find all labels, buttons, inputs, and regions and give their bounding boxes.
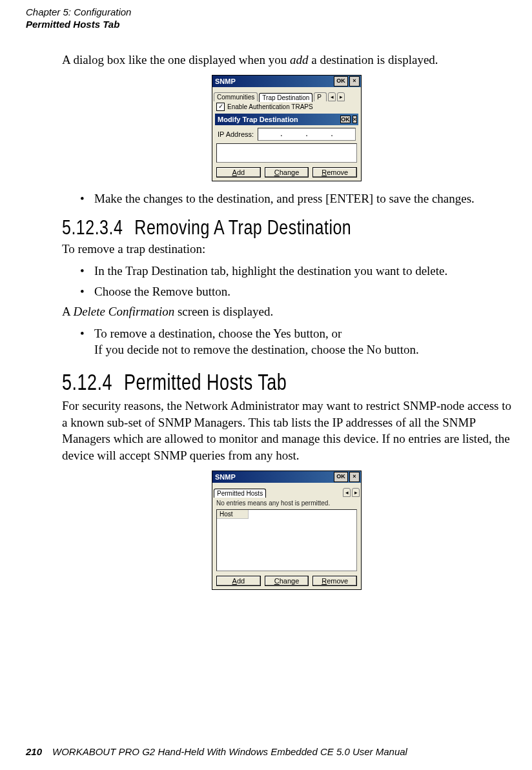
empty-list bbox=[216, 143, 357, 163]
chapter-line: Chapter 5: Configuration bbox=[26, 6, 131, 19]
intro-paragraph: A dialog box like the one displayed when… bbox=[62, 52, 511, 68]
permitted-paragraph: For security reasons, the Network Admini… bbox=[62, 398, 511, 464]
enable-auth-checkbox[interactable]: ✓ bbox=[216, 103, 225, 111]
ph-message: No entries means any host is permitted. bbox=[212, 497, 361, 508]
add-button[interactable]: Add bbox=[216, 167, 261, 177]
ph-host-grid: Host bbox=[216, 509, 357, 571]
heading-permitted-hosts: 5.12.4Permitted Hosts Tab bbox=[62, 370, 511, 396]
ip-input[interactable]: ... bbox=[258, 128, 356, 141]
ok-button[interactable]: OK bbox=[334, 76, 348, 86]
ph-close-icon[interactable]: × bbox=[349, 472, 360, 482]
tab-scroll-left-icon[interactable]: ◂ bbox=[328, 92, 336, 101]
tab-scroll-right-icon[interactable]: ▸ bbox=[337, 92, 345, 101]
enable-auth-label: Enable Authentication TRAPS bbox=[227, 103, 313, 110]
close-icon[interactable]: × bbox=[349, 76, 360, 86]
ph-tab-row: Permitted Hosts ◂ ▸ bbox=[212, 483, 361, 497]
ph-col-host: Host bbox=[217, 510, 249, 519]
footer-text: WORKABOUT PRO G2 Hand-Held With Windows … bbox=[52, 746, 407, 757]
tab-permitted-hosts[interactable]: Permitted Hosts bbox=[214, 489, 266, 498]
modify-trap-title: Modify Trap Destination bbox=[218, 116, 298, 123]
tab-trap-destination[interactable]: Trap Destination bbox=[259, 93, 312, 102]
ip-address-row: IP Address: ... bbox=[218, 128, 356, 141]
bullet-in-trap-tab: • In the Trap Destination tab, highlight… bbox=[80, 263, 511, 279]
bullet-yes-no: • To remove a destination, choose the Ye… bbox=[80, 325, 511, 358]
ph-tab-scroll-left-icon[interactable]: ◂ bbox=[343, 488, 351, 497]
outer-titlebar: SNMP OK × bbox=[212, 76, 361, 87]
enable-auth-row: ✓ Enable Authentication TRAPS bbox=[212, 101, 361, 112]
modify-trap-titlebar: Modify Trap Destination OK × bbox=[215, 114, 358, 125]
ph-add-button[interactable]: Add bbox=[216, 576, 261, 586]
ph-change-button[interactable]: Change bbox=[265, 576, 309, 586]
running-header: Chapter 5: Configuration Permitted Hosts… bbox=[26, 6, 131, 31]
section-line: Permitted Hosts Tab bbox=[26, 19, 131, 31]
outer-title: SNMP bbox=[215, 77, 236, 85]
tab-communities[interactable]: Communities bbox=[214, 92, 258, 101]
tab-cut[interactable]: P bbox=[314, 92, 327, 101]
page-number: 210 bbox=[26, 746, 42, 757]
bullet-make-changes: • Make the changes to the destination, a… bbox=[80, 190, 511, 207]
modify-ok-button[interactable]: OK bbox=[340, 116, 351, 123]
footer: 210WORKABOUT PRO G2 Hand-Held With Windo… bbox=[26, 746, 407, 757]
ph-ok-button[interactable]: OK bbox=[334, 472, 348, 482]
delete-confirmation-para: A Delete Confirmation screen is displaye… bbox=[62, 303, 511, 320]
remove-intro: To remove a trap destination: bbox=[62, 241, 511, 258]
snmp-permitted-hosts-screenshot: SNMP OK × Permitted Hosts ◂ ▸ No entries… bbox=[212, 471, 362, 590]
tab-row: Communities Trap Destination P ◂ ▸ bbox=[212, 87, 361, 101]
modify-close-icon[interactable]: × bbox=[353, 116, 357, 123]
ph-titlebar: SNMP OK × bbox=[212, 471, 361, 483]
remove-button[interactable]: Remove bbox=[312, 167, 357, 177]
bullet-choose-remove: • Choose the Remove button. bbox=[80, 283, 511, 300]
heading-removing-trap: 5.12.3.4Removing A Trap Destination bbox=[62, 216, 511, 239]
change-button[interactable]: Change bbox=[265, 167, 309, 177]
ip-label: IP Address: bbox=[218, 130, 254, 138]
ph-title: SNMP bbox=[215, 473, 236, 481]
ph-tab-scroll-right-icon[interactable]: ▸ bbox=[352, 488, 360, 497]
snmp-trap-destination-screenshot: SNMP OK × Communities Trap Destination P… bbox=[212, 75, 362, 181]
ph-remove-button[interactable]: Remove bbox=[312, 576, 357, 586]
